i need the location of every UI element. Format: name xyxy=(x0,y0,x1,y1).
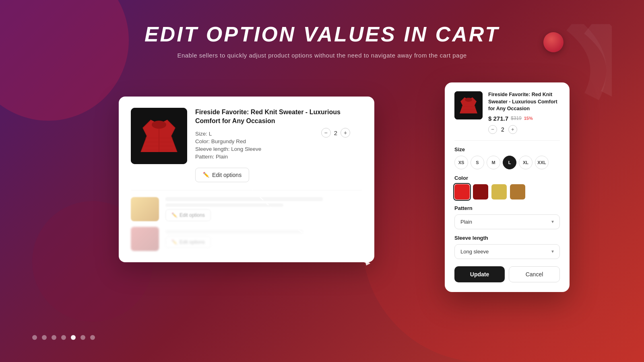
cart-item-title: Fireside Favorite: Red Knit Sweater - Lu… xyxy=(195,108,362,126)
color-swatch-brown[interactable] xyxy=(510,184,525,200)
size-btn-xl[interactable]: XL xyxy=(519,156,533,169)
modal-qty-decrease[interactable]: − xyxy=(488,125,497,134)
cart-item-sleeve: Sleeve length: Long Sleeve xyxy=(195,146,362,152)
svg-point-1 xyxy=(152,121,166,129)
edit-options-button[interactable]: ✏️ Edit options xyxy=(195,168,249,182)
chevron-down-icon-2: ▾ xyxy=(551,249,554,254)
pattern-option-section: Pattern Plain ▾ xyxy=(454,205,560,229)
cancel-button[interactable]: Cancel xyxy=(509,266,560,282)
cart-item-3-image xyxy=(131,227,159,251)
color-swatch-yellow[interactable] xyxy=(491,184,507,200)
edit-options-label: Edit options xyxy=(212,172,242,178)
modal-qty-increase[interactable]: + xyxy=(508,125,517,134)
modal-product-info: Fireside Favorite: Red Knit Sweater - Lu… xyxy=(488,91,560,134)
modal-actions: Update Cancel xyxy=(454,266,560,282)
cart-item-2-image xyxy=(131,197,159,221)
sleeve-dropdown[interactable]: Long sleeve ▾ xyxy=(454,244,560,259)
color-swatch-red[interactable] xyxy=(454,184,470,200)
modal-discount-badge: 15% xyxy=(524,116,533,121)
edit-options-modal: Fireside Favorite: Red Knit Sweater - Lu… xyxy=(445,82,570,292)
pattern-dropdown[interactable]: Plain ▾ xyxy=(454,214,560,229)
pencil-icon-2: ✏️ xyxy=(171,212,178,218)
dot-5-active[interactable] xyxy=(71,335,76,340)
chevron-down-icon: ▾ xyxy=(551,219,554,224)
size-label: Size xyxy=(454,146,560,152)
modal-product-thumbnail xyxy=(454,91,483,119)
cart-item-1: Fireside Favorite: Red Knit Sweater - Lu… xyxy=(131,108,362,182)
qty-decrease-button[interactable]: − xyxy=(321,128,331,138)
qty-increase-button[interactable]: + xyxy=(341,128,350,138)
size-btn-s[interactable]: S xyxy=(471,156,484,169)
color-swatch-dark-red[interactable] xyxy=(473,184,488,200)
dashed-arrow xyxy=(246,183,374,284)
page-subtitle: Enable sellers to quickly adjust product… xyxy=(0,52,644,59)
dot-6[interactable] xyxy=(80,335,85,340)
dot-4[interactable] xyxy=(61,335,66,340)
size-options: XS S M L XL XXL xyxy=(454,156,560,169)
modal-price-old: $319 xyxy=(511,115,522,121)
color-label: Color xyxy=(454,175,560,181)
edit-options-button-3[interactable]: ✏️ Edit options xyxy=(165,236,211,248)
edit-options-button-2[interactable]: ✏️ Edit options xyxy=(165,209,211,221)
modal-qty-value: 2 xyxy=(501,126,504,133)
color-options xyxy=(454,184,560,200)
size-option-section: Size XS S M L XL XXL xyxy=(454,146,560,169)
sleeve-label: Sleeve length xyxy=(454,235,560,241)
color-option-section: Color xyxy=(454,175,560,200)
size-btn-m[interactable]: M xyxy=(487,156,500,169)
svg-point-8 xyxy=(465,98,472,102)
bg-decoration-circle-1 xyxy=(0,0,129,121)
dot-1[interactable] xyxy=(32,335,37,340)
pencil-icon: ✏️ xyxy=(203,172,209,178)
modal-product-title: Fireside Favorite: Red Knit Sweater - Lu… xyxy=(488,91,560,113)
edit-options-label-3: Edit options xyxy=(180,239,205,245)
dot-2[interactable] xyxy=(42,335,47,340)
update-button[interactable]: Update xyxy=(454,266,505,282)
qty-value: 2 xyxy=(334,130,337,136)
modal-price-new: $ 271.7 xyxy=(488,115,508,122)
modal-product-header: Fireside Favorite: Red Knit Sweater - Lu… xyxy=(454,91,560,134)
red-circle-decoration xyxy=(543,32,564,52)
modal-divider xyxy=(454,140,560,141)
cart-item-pattern: Pattern: Plain xyxy=(195,154,362,160)
size-btn-l[interactable]: L xyxy=(503,156,516,169)
dot-3[interactable] xyxy=(52,335,56,340)
cart-item-details: Fireside Favorite: Red Knit Sweater - Lu… xyxy=(195,108,362,182)
pencil-icon-3: ✏️ xyxy=(171,239,178,245)
pattern-label: Pattern xyxy=(454,205,560,211)
size-btn-xs[interactable]: XS xyxy=(454,156,468,169)
cart-item-color: Color: Burgundy Red xyxy=(195,138,362,144)
sleeve-option-section: Sleeve length Long sleeve ▾ xyxy=(454,235,560,259)
cart-item-image xyxy=(131,108,187,164)
size-btn-xxl[interactable]: XXL xyxy=(535,156,549,169)
sleeve-value: Long sleeve xyxy=(460,249,489,255)
dot-7[interactable] xyxy=(90,335,95,340)
pagination-dots xyxy=(32,335,95,340)
modal-qty-controls: − 2 + xyxy=(488,125,560,134)
pattern-value: Plain xyxy=(460,219,472,225)
cart-item-qty-controls: − 2 + xyxy=(321,128,350,138)
modal-pricing: $ 271.7 $319 15% xyxy=(488,115,560,122)
edit-options-label-2: Edit options xyxy=(180,212,205,218)
